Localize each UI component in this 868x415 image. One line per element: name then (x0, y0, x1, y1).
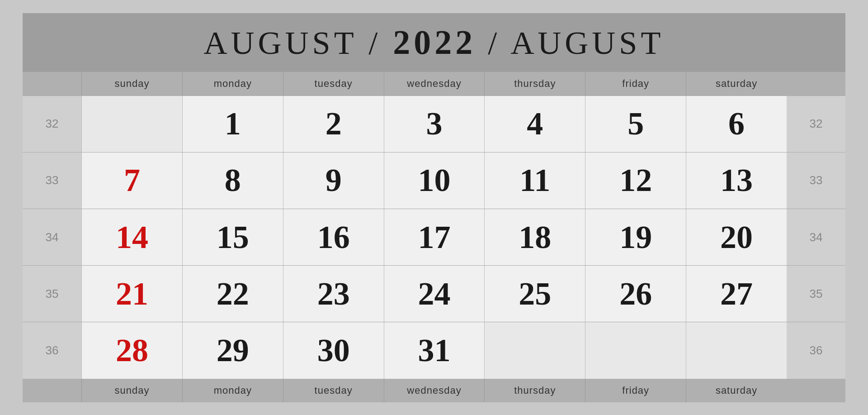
week-num-33: 33 (23, 153, 81, 209)
header-monday: monday (182, 72, 283, 95)
day-cell-aug-13: 13 (686, 153, 787, 209)
week-num-36-right: 36 (787, 322, 845, 378)
day-cell-empty-2 (484, 322, 585, 378)
header-corner-right (787, 72, 845, 95)
footer-monday: monday (182, 379, 283, 402)
day-cell-aug-19: 19 (585, 209, 686, 265)
day-cell-aug-31: 31 (384, 322, 485, 378)
day-cell-aug-30: 30 (283, 322, 384, 378)
day-cell-aug-14: 14 (81, 209, 182, 265)
day-cell-empty-1 (81, 96, 182, 152)
footer-friday: friday (585, 379, 686, 402)
week-row-33: 33 7 8 9 10 11 12 13 33 (23, 152, 845, 209)
day-cell-aug-4: 4 (484, 96, 585, 152)
day-cell-aug-7: 7 (81, 153, 182, 209)
day-cell-aug-12: 12 (585, 153, 686, 209)
day-cell-aug-28: 28 (81, 322, 182, 378)
footer-sunday: sunday (81, 379, 182, 402)
week-num-35-right: 35 (787, 266, 845, 322)
day-cell-aug-23: 23 (283, 266, 384, 322)
header-wednesday: wednesday (384, 72, 485, 95)
header-saturday: saturday (686, 72, 787, 95)
month-right: AUGUST (510, 25, 664, 61)
week-num-35: 35 (23, 266, 81, 322)
day-cell-aug-15: 15 (182, 209, 283, 265)
footer-thursday: thursday (484, 379, 585, 402)
day-cell-aug-8: 8 (182, 153, 283, 209)
weekday-header-top: sunday monday tuesday wednesday thursday… (23, 72, 845, 95)
calendar-body: sunday monday tuesday wednesday thursday… (23, 72, 845, 402)
header-title: AUGUST / 2022 / AUGUST (204, 23, 665, 62)
day-cell-aug-24: 24 (384, 266, 485, 322)
day-cell-aug-2: 2 (283, 96, 384, 152)
day-cell-aug-27: 27 (686, 266, 787, 322)
day-cell-aug-6: 6 (686, 96, 787, 152)
header-right-corner (787, 13, 845, 72)
day-cell-aug-18: 18 (484, 209, 585, 265)
week-num-32: 32 (23, 96, 81, 152)
footer-wednesday: wednesday (384, 379, 485, 402)
week-row-35: 35 21 22 23 24 25 26 27 35 (23, 265, 845, 322)
week-num-36: 36 (23, 322, 81, 378)
week-row-36: 36 28 29 30 31 36 (23, 322, 845, 378)
footer-tuesday: tuesday (283, 379, 384, 402)
week-num-34: 34 (23, 209, 81, 265)
calendar-grid: 32 1 2 3 4 5 6 32 33 7 8 9 10 11 12 13 3… (23, 95, 845, 379)
footer-saturday: saturday (686, 379, 787, 402)
week-row-34: 34 14 15 16 17 18 19 20 34 (23, 209, 845, 265)
day-cell-aug-1: 1 (182, 96, 283, 152)
day-cell-aug-22: 22 (182, 266, 283, 322)
weekday-footer-bottom: sunday monday tuesday wednesday thursday… (23, 379, 845, 402)
header-title-container: AUGUST / 2022 / AUGUST (23, 23, 845, 62)
day-cell-aug-16: 16 (283, 209, 384, 265)
day-cell-aug-20: 20 (686, 209, 787, 265)
header-friday: friday (585, 72, 686, 95)
day-cell-aug-9: 9 (283, 153, 384, 209)
header-tuesday: tuesday (283, 72, 384, 95)
day-cell-aug-29: 29 (182, 322, 283, 378)
day-cell-aug-17: 17 (384, 209, 485, 265)
day-cell-aug-26: 26 (585, 266, 686, 322)
day-cell-empty-3 (585, 322, 686, 378)
separator2: / (476, 25, 510, 61)
day-cell-aug-3: 3 (384, 96, 485, 152)
day-cell-aug-25: 25 (484, 266, 585, 322)
day-cell-empty-4 (686, 322, 787, 378)
day-cell-aug-5: 5 (585, 96, 686, 152)
year: 2022 (393, 23, 476, 61)
calendar: AUGUST / 2022 / AUGUST sunday monday tue… (23, 13, 845, 402)
calendar-header: AUGUST / 2022 / AUGUST (23, 13, 845, 72)
header-thursday: thursday (484, 72, 585, 95)
day-cell-aug-11: 11 (484, 153, 585, 209)
footer-corner-right (787, 379, 845, 402)
week-num-33-right: 33 (787, 153, 845, 209)
footer-corner-left (23, 379, 81, 402)
header-left-corner (23, 13, 81, 72)
week-num-32-right: 32 (787, 96, 845, 152)
month-left: AUGUST (204, 25, 357, 61)
day-cell-aug-21: 21 (81, 266, 182, 322)
week-row-32: 32 1 2 3 4 5 6 32 (23, 95, 845, 152)
separator1: / (357, 25, 393, 61)
week-num-34-right: 34 (787, 209, 845, 265)
header-sunday: sunday (81, 72, 182, 95)
day-cell-aug-10: 10 (384, 153, 485, 209)
header-corner-left (23, 72, 81, 95)
